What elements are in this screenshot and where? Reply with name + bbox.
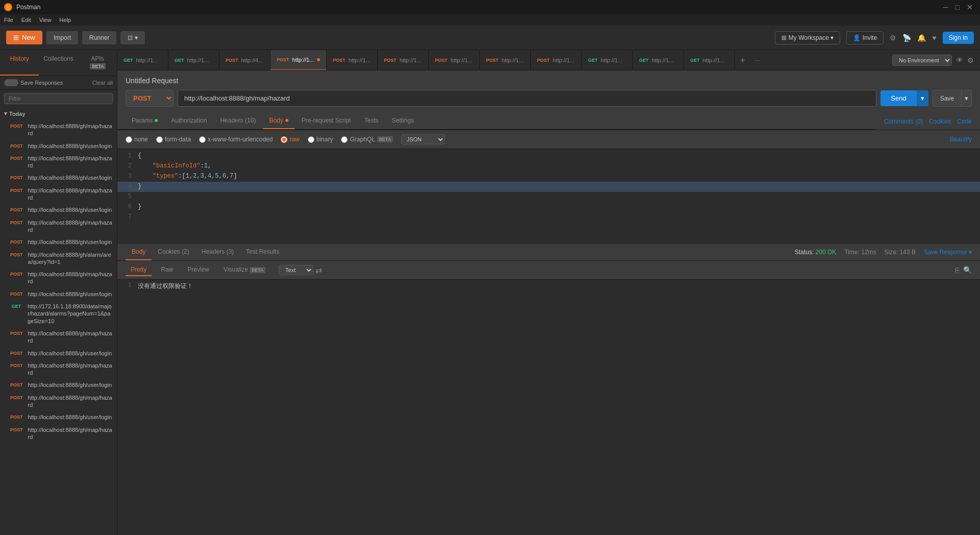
- code-editor[interactable]: 1 { 2 "basicInfoId":1, 3 "types":[1,2,3,…: [117, 149, 980, 244]
- list-item[interactable]: POST http://localhost:8888/gh/map/hazard: [0, 216, 117, 236]
- tab-item[interactable]: POST http://4...: [219, 50, 271, 70]
- tab-item[interactable]: POST http://1...: [480, 50, 531, 70]
- settings-icon[interactable]: ⚙: [967, 56, 974, 64]
- tab-params[interactable]: Params: [126, 113, 164, 129]
- code-button[interactable]: Code: [957, 118, 972, 125]
- new-button[interactable]: ⊞ New: [6, 31, 42, 44]
- tab-item[interactable]: POST http://1...: [327, 50, 378, 70]
- eye-icon[interactable]: 👁: [956, 56, 963, 64]
- tab-authorization[interactable]: Authorization: [165, 113, 213, 129]
- wrap-button[interactable]: ⇄: [315, 265, 322, 275]
- tab-item[interactable]: POST http://1...: [429, 50, 480, 70]
- bell-icon[interactable]: 🔔: [917, 34, 926, 42]
- close-button[interactable]: ✕: [964, 3, 976, 11]
- option-none[interactable]: none: [126, 136, 148, 143]
- list-item[interactable]: POST http://localhost:8888/gh/user/login: [0, 288, 117, 300]
- save-responses-toggle[interactable]: [4, 79, 18, 86]
- heart-icon[interactable]: ♥: [932, 34, 936, 42]
- tab-item[interactable]: GET http://1...: [168, 50, 219, 70]
- menu-view[interactable]: View: [39, 17, 52, 23]
- apis-badge: BETA: [90, 63, 106, 69]
- list-item[interactable]: POST http://localhost:8888/gh/map/hazard: [0, 152, 117, 172]
- list-item[interactable]: POST http://localhost:8888/gh/map/hazard: [0, 392, 117, 411]
- clear-all-button[interactable]: Clear all: [92, 80, 113, 86]
- list-item[interactable]: POST http://localhost:8888/gh/user/login: [0, 140, 117, 152]
- resp-opt-visualize[interactable]: Visualize BETA: [218, 264, 271, 276]
- settings-icon[interactable]: ⚙: [890, 34, 896, 42]
- response-format-selector[interactable]: Text JSON HTML: [279, 265, 313, 275]
- tab-item[interactable]: GET http://1...: [582, 50, 633, 70]
- maximize-button[interactable]: □: [952, 3, 963, 11]
- tab-item-active[interactable]: POST http://1...: [271, 50, 327, 70]
- tab-item[interactable]: GET http://1...: [117, 50, 168, 70]
- search-icon[interactable]: 🔍: [963, 266, 972, 274]
- more-tabs-button[interactable]: ···: [750, 57, 766, 64]
- add-tab-button[interactable]: +: [735, 56, 750, 65]
- option-binary[interactable]: binary: [308, 136, 333, 143]
- comments-button[interactable]: Comments (0): [884, 118, 923, 125]
- tab-item[interactable]: POST http://1...: [378, 50, 429, 70]
- menu-help[interactable]: Help: [59, 17, 71, 23]
- cookies-button[interactable]: Cookies: [929, 118, 951, 125]
- filter-input[interactable]: [4, 93, 113, 104]
- resp-opt-raw[interactable]: Raw: [156, 264, 178, 276]
- runner-button[interactable]: Runner: [82, 31, 116, 44]
- list-item[interactable]: POST http://localhost:8888/gh/user/login: [0, 236, 117, 248]
- resp-tab-body[interactable]: Body: [126, 244, 152, 260]
- workspace-button[interactable]: ⊞ My Workspace ▾: [775, 31, 840, 44]
- tab-history[interactable]: History: [0, 50, 39, 76]
- menu-edit[interactable]: Edit: [21, 17, 31, 23]
- environment-selector[interactable]: No Environment: [892, 55, 952, 66]
- resp-opt-pretty[interactable]: Pretty: [126, 264, 152, 276]
- list-item[interactable]: POST http://localhost:8888/gh/map/hazard: [0, 184, 117, 204]
- invite-button[interactable]: 👤 Invite: [846, 31, 884, 44]
- method-selector[interactable]: POST GET PUT DELETE PATCH: [126, 90, 174, 107]
- resp-tab-cookies[interactable]: Cookies (2): [152, 244, 195, 260]
- list-item[interactable]: GET http://172.16.1.18:8900/data/major/h…: [0, 300, 117, 327]
- tab-apis[interactable]: APIs BETA: [78, 50, 117, 76]
- menu-file[interactable]: File: [4, 17, 13, 23]
- tab-body[interactable]: Body: [263, 113, 294, 129]
- list-item[interactable]: POST http://localhost:8888/gh/user/login: [0, 204, 117, 216]
- beautify-button[interactable]: Beautify: [950, 136, 972, 143]
- tab-collections[interactable]: Collections: [39, 50, 78, 76]
- tab-settings[interactable]: Settings: [386, 113, 420, 129]
- minimize-button[interactable]: ─: [940, 3, 951, 11]
- resp-tab-headers[interactable]: Headers (3): [195, 244, 240, 260]
- save-arrow-button[interactable]: ▾: [962, 90, 972, 107]
- send-button[interactable]: Send: [880, 90, 916, 106]
- format-selector[interactable]: JSON Text JavaScript HTML XML: [401, 134, 445, 144]
- option-form-data[interactable]: form-data: [156, 136, 191, 143]
- resp-opt-preview[interactable]: Preview: [182, 264, 214, 276]
- tab-item[interactable]: POST http://1...: [531, 50, 582, 70]
- satellite-icon[interactable]: 📡: [902, 34, 911, 42]
- resp-tab-test-results[interactable]: Test Results: [240, 244, 285, 260]
- option-raw[interactable]: raw: [281, 136, 299, 143]
- tab-tests[interactable]: Tests: [358, 113, 384, 129]
- save-response-button[interactable]: Save Response ▾: [924, 249, 972, 256]
- import-button[interactable]: Import: [46, 31, 78, 44]
- option-urlencoded[interactable]: x-www-form-urlencoded: [199, 136, 273, 143]
- list-item[interactable]: POST http://localhost:8888/gh/user/login: [0, 379, 117, 391]
- tab-item[interactable]: GET http://1...: [633, 50, 684, 70]
- save-button[interactable]: Save: [933, 90, 962, 107]
- list-item[interactable]: POST http://localhost:8888/gh/user/login: [0, 347, 117, 359]
- send-arrow-button[interactable]: ▾: [917, 90, 928, 106]
- list-item[interactable]: POST http://localhost:8888/gh/map/hazard: [0, 327, 117, 347]
- tab-headers[interactable]: Headers (10): [214, 113, 262, 129]
- sign-in-button[interactable]: Sign In: [943, 32, 974, 44]
- list-item[interactable]: POST http://localhost:8888/gh/map/hazard: [0, 268, 117, 288]
- list-item[interactable]: POST http://localhost:8888/gh/alarm/area…: [0, 249, 117, 269]
- list-item[interactable]: POST http://localhost:8888/gh/map/hazard: [0, 424, 117, 444]
- tab-item[interactable]: GET http://1...: [684, 50, 735, 70]
- copy-icon[interactable]: ⎘: [955, 266, 959, 274]
- list-item[interactable]: POST http://localhost:8888/gh/map/hazard: [0, 120, 117, 140]
- option-graphql[interactable]: GraphQL BETA: [341, 136, 393, 143]
- window-controls[interactable]: ─ □ ✕: [940, 3, 976, 11]
- list-item[interactable]: POST http://localhost:8888/gh/user/login: [0, 172, 117, 184]
- layout-button[interactable]: ⊡ ▾: [120, 31, 144, 44]
- url-input[interactable]: [178, 90, 876, 107]
- list-item[interactable]: POST http://localhost:8888/gh/user/login: [0, 411, 117, 423]
- tab-prerequest[interactable]: Pre-request Script: [296, 113, 357, 129]
- list-item[interactable]: POST http://localhost:8888/gh/map/hazard: [0, 359, 117, 379]
